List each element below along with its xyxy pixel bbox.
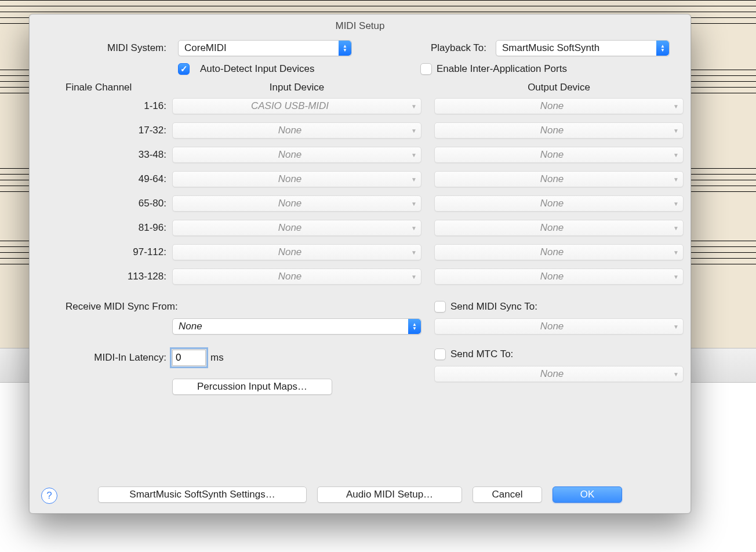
autodetect-label: Auto-Detect Input Devices bbox=[200, 63, 314, 75]
input-device-value: None bbox=[173, 246, 407, 258]
channel-range-label: 65-80: bbox=[50, 198, 172, 209]
send-mtc-popup[interactable]: None ▲▼ bbox=[434, 366, 684, 382]
chevron-up-down-icon: ▲▼ bbox=[339, 41, 351, 56]
channel-range-label: 81-96: bbox=[50, 222, 172, 234]
enable-iap-label: Enable Inter-Application Ports bbox=[437, 63, 567, 75]
finale-channel-header: Finale Channel bbox=[50, 82, 172, 93]
audio-midi-setup-button[interactable]: Audio MIDI Setup… bbox=[317, 486, 462, 503]
chevron-down-icon: ▲▼ bbox=[669, 196, 683, 211]
latency-label: MIDI-In Latency: bbox=[50, 352, 172, 364]
ok-button[interactable]: OK bbox=[553, 486, 622, 503]
chevron-down-icon: ▲▼ bbox=[669, 147, 683, 162]
output-device-value: None bbox=[435, 125, 669, 136]
channel-row: 49-64:None▲▼None▲▼ bbox=[50, 171, 670, 187]
chevron-down-icon: ▲▼ bbox=[669, 245, 683, 260]
send-sync-label: Send MIDI Sync To: bbox=[450, 301, 537, 313]
chevron-down-icon: ▲▼ bbox=[407, 220, 421, 235]
output-device-value: None bbox=[435, 246, 669, 258]
autodetect-checkbox[interactable] bbox=[178, 63, 190, 75]
chevron-down-icon: ▲▼ bbox=[669, 319, 683, 334]
chevron-down-icon: ▲▼ bbox=[407, 123, 421, 138]
send-sync-popup[interactable]: None ▲▼ bbox=[434, 318, 684, 335]
channel-row: 81-96:None▲▼None▲▼ bbox=[50, 220, 670, 236]
enable-iap-checkbox[interactable] bbox=[420, 63, 432, 75]
output-device-popup[interactable]: None▲▼ bbox=[434, 195, 684, 212]
percussion-maps-button[interactable]: Percussion Input Maps… bbox=[172, 379, 332, 395]
channel-range-label: 113-128: bbox=[50, 271, 172, 282]
output-device-popup[interactable]: None▲▼ bbox=[434, 244, 684, 260]
channel-row: 65-80:None▲▼None▲▼ bbox=[50, 195, 670, 212]
dialog-title: MIDI Setup bbox=[30, 14, 690, 40]
channel-range-label: 17-32: bbox=[50, 125, 172, 136]
latency-unit: ms bbox=[210, 352, 224, 364]
midi-setup-dialog: MIDI Setup MIDI System: CoreMIDI ▲▼ Play… bbox=[29, 14, 691, 514]
output-device-popup[interactable]: None▲▼ bbox=[434, 98, 684, 114]
output-device-popup[interactable]: None▲▼ bbox=[434, 268, 684, 285]
latency-input[interactable] bbox=[172, 350, 206, 366]
output-device-value: None bbox=[435, 149, 669, 161]
chevron-down-icon: ▲▼ bbox=[669, 99, 683, 114]
playback-to-popup[interactable]: SmartMusic SoftSynth ▲▼ bbox=[496, 40, 670, 56]
channel-row: 33-48:None▲▼None▲▼ bbox=[50, 147, 670, 163]
output-device-popup[interactable]: None▲▼ bbox=[434, 147, 684, 163]
chevron-down-icon: ▲▼ bbox=[407, 172, 421, 187]
chevron-down-icon: ▲▼ bbox=[407, 147, 421, 162]
midi-system-value: CoreMIDI bbox=[179, 42, 339, 54]
output-device-value: None bbox=[435, 222, 669, 234]
chevron-down-icon: ▲▼ bbox=[669, 220, 683, 235]
send-mtc-label: Send MTC To: bbox=[450, 348, 513, 360]
send-mtc-value: None bbox=[435, 368, 669, 380]
chevron-up-down-icon: ▲▼ bbox=[656, 41, 669, 56]
channel-range-label: 33-48: bbox=[50, 149, 172, 161]
output-device-value: None bbox=[435, 100, 669, 112]
playback-to-value: SmartMusic SoftSynth bbox=[496, 42, 656, 54]
send-sync-checkbox[interactable] bbox=[434, 301, 446, 313]
input-device-popup[interactable]: CASIO USB-MIDI▲▼ bbox=[172, 98, 421, 114]
channel-row: 97-112:None▲▼None▲▼ bbox=[50, 244, 670, 260]
channel-range-label: 97-112: bbox=[50, 246, 172, 258]
cancel-button[interactable]: Cancel bbox=[472, 486, 542, 503]
chevron-down-icon: ▲▼ bbox=[669, 123, 683, 138]
input-device-value: None bbox=[173, 222, 407, 234]
playback-to-label: Playback To: bbox=[431, 42, 490, 54]
channel-range-label: 49-64: bbox=[50, 173, 172, 185]
chevron-down-icon: ▲▼ bbox=[407, 269, 421, 284]
output-device-popup[interactable]: None▲▼ bbox=[434, 171, 684, 187]
receive-sync-popup[interactable]: None ▲▼ bbox=[172, 318, 421, 335]
input-device-popup[interactable]: None▲▼ bbox=[172, 244, 421, 260]
channel-row: 113-128:None▲▼None▲▼ bbox=[50, 268, 670, 285]
midi-system-label: MIDI System: bbox=[50, 42, 172, 54]
input-device-popup[interactable]: None▲▼ bbox=[172, 122, 421, 139]
channel-row: 17-32:None▲▼None▲▼ bbox=[50, 122, 670, 139]
chevron-down-icon: ▲▼ bbox=[669, 172, 683, 187]
input-device-value: None bbox=[173, 271, 407, 282]
input-device-value: None bbox=[173, 125, 407, 136]
input-device-popup[interactable]: None▲▼ bbox=[172, 195, 421, 212]
input-device-value: None bbox=[173, 149, 407, 161]
softsynth-settings-button[interactable]: SmartMusic SoftSynth Settings… bbox=[98, 486, 307, 503]
output-device-header: Output Device bbox=[434, 82, 684, 93]
channel-range-label: 1-16: bbox=[50, 100, 172, 112]
chevron-down-icon: ▲▼ bbox=[407, 196, 421, 211]
output-device-value: None bbox=[435, 173, 669, 185]
send-sync-value: None bbox=[435, 321, 669, 332]
input-device-value: CASIO USB-MIDI bbox=[173, 100, 407, 112]
output-device-popup[interactable]: None▲▼ bbox=[434, 122, 684, 139]
output-device-popup[interactable]: None▲▼ bbox=[434, 220, 684, 236]
output-device-value: None bbox=[435, 271, 669, 282]
chevron-down-icon: ▲▼ bbox=[407, 99, 421, 114]
channel-row: 1-16:CASIO USB-MIDI▲▼None▲▼ bbox=[50, 98, 670, 114]
input-device-popup[interactable]: None▲▼ bbox=[172, 268, 421, 285]
input-device-popup[interactable]: None▲▼ bbox=[172, 171, 421, 187]
input-device-popup[interactable]: None▲▼ bbox=[172, 220, 421, 236]
output-device-value: None bbox=[435, 198, 669, 209]
input-device-value: None bbox=[173, 198, 407, 209]
input-device-popup[interactable]: None▲▼ bbox=[172, 147, 421, 163]
receive-sync-label: Receive MIDI Sync From: bbox=[50, 301, 421, 313]
midi-system-popup[interactable]: CoreMIDI ▲▼ bbox=[178, 40, 352, 56]
send-mtc-checkbox[interactable] bbox=[434, 348, 446, 360]
receive-sync-value: None bbox=[173, 321, 408, 332]
chevron-down-icon: ▲▼ bbox=[669, 269, 683, 284]
chevron-down-icon: ▲▼ bbox=[407, 245, 421, 260]
chevron-down-icon: ▲▼ bbox=[669, 366, 683, 382]
